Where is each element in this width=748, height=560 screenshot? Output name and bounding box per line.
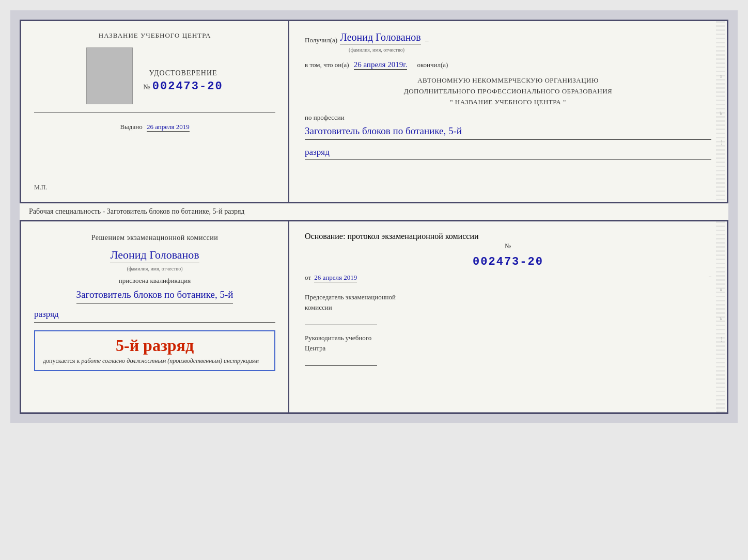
date-value-top: 26 апреля 2019г. [354,60,408,70]
badge-subtitle: допускается к работе согласно должностны… [43,357,267,365]
training-center-title-top: НАЗВАНИЕ УЧЕБНОГО ЦЕНТРА [99,31,211,40]
from-label: от [305,274,311,281]
recipient-name: Леонид Голованов [340,31,421,44]
recipient-line: Получил(а) Леонид Голованов – [305,31,711,44]
bottom-person-name: Леонид Голованов [110,248,199,263]
side-label-a-b: ,а [719,317,724,320]
chairman-signature-line [305,315,377,325]
from-date-block: от 26 апреля 2019 – [305,274,711,282]
rank-value-bottom: разряд [34,308,275,323]
dash: – [424,36,429,44]
org-block: АВТОНОМНУЮ НЕКОММЕРЧЕСКУЮ ОРГАНИЗАЦИЮ ДО… [305,75,711,107]
chairman-line1: Председатель экзаменационной [305,293,396,301]
side-label-i-b: и [719,289,724,291]
side-label-a: ,а [719,111,724,115]
profession-label: по профессии [305,114,711,122]
rank-value-top: разряд [305,146,711,160]
assigned-label: присвоена квалификация [119,277,191,285]
decision-text: Решением экзаменационной комиссии [91,232,219,244]
bottom-doc-right: Основание: протокол экзаменационной коми… [289,221,727,412]
in-that-block: в том, что он(а) 26 апреля 2019г. окончи… [305,60,711,69]
in-that-label: в том, что он(а) [305,61,349,69]
protocol-number-block: № 002473-20 [305,241,711,268]
bottom-doc-left: Решением экзаменационной комиссии Леонид… [21,221,289,412]
mp-label: М.П. [34,184,47,191]
cert-number-prefix: № [143,83,150,91]
badge-box: 5-й разряд допускается к работе согласно… [34,330,275,371]
cert-number: 002473-20 [152,80,223,93]
annotation-text: Рабочая специальность - Заготовитель бло… [29,207,244,215]
from-date-value: 26 апреля 2019 [314,274,357,282]
side-label-arrow-b: ←- [719,336,724,342]
org-line2: ДОПОЛНИТЕЛЬНОГО ПРОФЕССИОНАЛЬНОГО ОБРАЗО… [305,86,711,97]
protocol-prefix: № [505,242,511,250]
annotation-bar: Рабочая специальность - Заготовитель бло… [20,203,728,220]
chairman-label: Председатель экзаменационной комиссии [305,292,711,312]
chairman-line2: комиссии [305,303,332,311]
profession-block: по профессии Заготовитель блоков по бота… [305,114,711,140]
head-signature-line [305,356,377,366]
fio-sublabel-bottom: (фамилия, имя, отчество) [127,266,183,271]
finished-label: окончил(а) [417,61,448,69]
head-line1: Руководитель учебного [305,334,371,342]
bottom-document: Решением экзаменационной комиссии Леонид… [20,220,728,414]
basis-label: Основание: протокол экзаменационной коми… [305,232,711,241]
cert-label: УДОСТОВЕРЕНИЕ [149,69,217,77]
top-doc-left: НАЗВАНИЕ УЧЕБНОГО ЦЕНТРА УДОСТОВЕРЕНИЕ №… [21,21,289,202]
issued-line: Выдано 26 апреля 2019 [120,123,189,131]
top-doc-right: Получил(а) Леонид Голованов – (фамилия, … [289,21,727,202]
rank-block-top: разряд [305,146,711,160]
side-label-i: и [719,75,724,78]
photo-placeholder [86,47,133,104]
head-label: Руководитель учебного Центра [305,333,711,353]
badge-title: 5-й разряд [43,337,267,355]
profession-value: Заготовитель блоков по ботанике, 5-й [305,124,711,140]
fio-sublabel-top: (фамилия, имя, отчество) [349,47,711,53]
badge-prefix: допускается к [43,357,80,364]
rank-block-bottom: разряд [34,308,275,323]
received-label: Получил(а) [305,36,337,44]
qualification-value: Заготовитель блоков по ботанике, 5-й [76,287,233,304]
issued-date: 26 апреля 2019 [147,123,190,132]
org-line1: АВТОНОМНУЮ НЕКОММЕРЧЕСКУЮ ОРГАНИЗАЦИЮ [305,75,711,86]
head-line2: Центра [305,344,325,352]
protocol-number: 002473-20 [305,255,711,268]
dash-right: – [709,274,711,279]
issued-label: Выдано [120,123,142,131]
badge-suffix: работе согласно должностным (производств… [81,357,259,364]
org-line3: " НАЗВАНИЕ УЧЕБНОГО ЦЕНТРА " [305,97,711,108]
side-label-arrow: ←- [719,139,724,145]
